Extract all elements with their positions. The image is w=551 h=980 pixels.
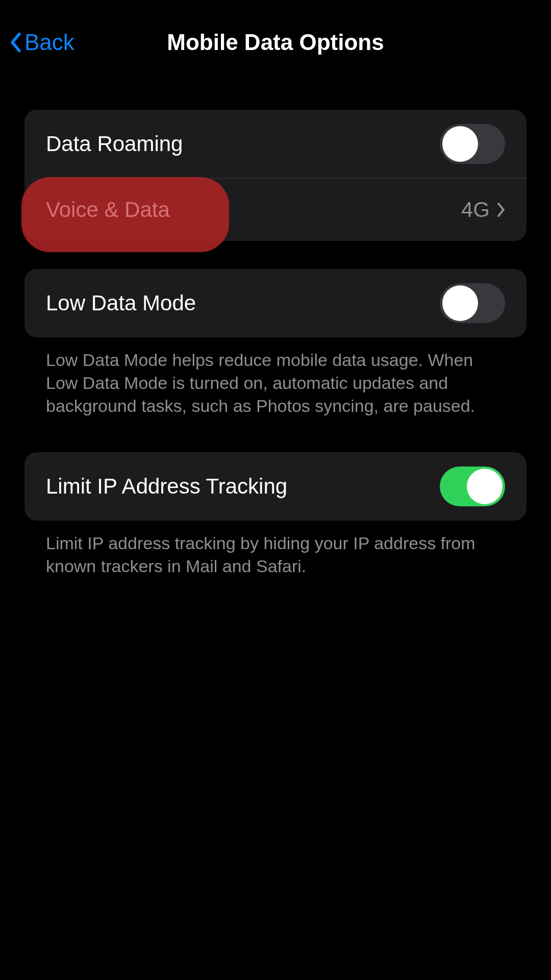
settings-group-1: Data Roaming Voice & Data 4G [24, 110, 527, 241]
chevron-right-icon [497, 203, 505, 217]
toggle-knob [442, 126, 478, 162]
data-roaming-row[interactable]: Data Roaming [24, 110, 527, 178]
voice-and-data-row[interactable]: Voice & Data 4G [24, 179, 527, 241]
voice-and-data-label: Voice & Data [46, 198, 170, 222]
data-roaming-toggle[interactable] [440, 124, 505, 164]
limit-ip-toggle[interactable] [440, 467, 505, 506]
content: Data Roaming Voice & Data 4G Low Data Mo… [0, 71, 551, 577]
low-data-mode-footer: Low Data Mode helps reduce mobile data u… [24, 349, 527, 418]
row-right: 4G [461, 198, 505, 222]
back-label: Back [24, 30, 74, 55]
data-roaming-label: Data Roaming [46, 132, 183, 156]
limit-ip-row[interactable]: Limit IP Address Tracking [24, 452, 527, 521]
settings-group-3: Limit IP Address Tracking [24, 452, 527, 521]
low-data-mode-row[interactable]: Low Data Mode [24, 269, 527, 337]
settings-group-2: Low Data Mode [24, 269, 527, 337]
low-data-mode-toggle[interactable] [440, 283, 505, 323]
back-button[interactable]: Back [10, 30, 74, 55]
voice-and-data-value: 4G [461, 198, 490, 222]
toggle-knob [442, 285, 478, 321]
toggle-knob [467, 469, 503, 504]
chevron-left-icon [10, 32, 21, 53]
page-title: Mobile Data Options [0, 30, 551, 55]
limit-ip-label: Limit IP Address Tracking [46, 474, 287, 499]
limit-ip-footer: Limit IP address tracking by hiding your… [24, 532, 527, 578]
header: Back Mobile Data Options [0, 0, 551, 71]
low-data-mode-label: Low Data Mode [46, 291, 196, 315]
